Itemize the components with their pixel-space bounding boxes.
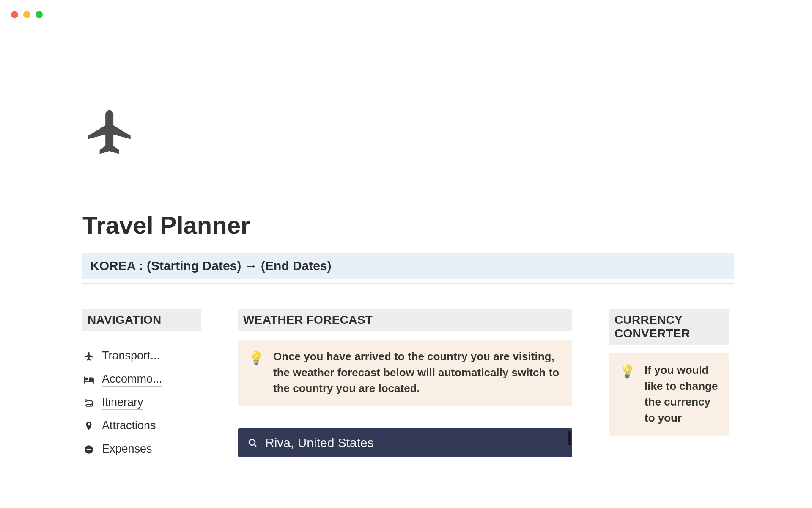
weather-column: WEATHER FORECAST 💡 Once you have arrived… (238, 309, 572, 457)
weather-heading: WEATHER FORECAST (238, 309, 572, 331)
nav-item-label: Itinerary (102, 396, 143, 410)
nav-item-label: Attractions (102, 419, 156, 433)
currency-callout-text: If you would like to change the currency… (645, 362, 719, 426)
window-traffic-lights (11, 11, 43, 18)
divider (238, 417, 572, 417)
divider (82, 283, 734, 284)
nav-item-attractions[interactable]: Attractions (82, 419, 201, 433)
weather-callout-text: Once you have arrived to the country you… (273, 349, 562, 397)
nav-item-label: Transport... (102, 349, 160, 363)
page-icon-airplane[interactable] (82, 106, 734, 168)
search-icon (247, 438, 258, 448)
map-pin-icon (82, 421, 95, 432)
trip-date-banner[interactable]: KOREA : (Starting Dates) → (End Dates) (82, 253, 734, 279)
svg-line-3 (255, 445, 257, 447)
navigation-column: NAVIGATION Transport... Accommo... (82, 309, 201, 456)
nav-item-transport[interactable]: Transport... (82, 349, 201, 363)
nav-item-expenses[interactable]: Expenses (82, 442, 201, 456)
window-minimize-icon[interactable] (23, 11, 30, 18)
weather-search-value: Riva, United States (265, 436, 374, 450)
svg-point-2 (249, 439, 255, 445)
scrollbar-thumb[interactable] (568, 431, 571, 445)
divider (82, 340, 201, 340)
bed-icon (82, 374, 95, 385)
currency-column: CURRENCY CONVERTER 💡 If you would like t… (609, 309, 729, 436)
navigation-list: Transport... Accommo... Itinerary (82, 349, 201, 456)
navigation-heading: NAVIGATION (82, 309, 201, 331)
currency-callout: 💡 If you would like to change the curren… (609, 353, 729, 436)
airplane-icon (82, 351, 95, 362)
weather-search-bar[interactable]: Riva, United States (238, 428, 572, 457)
route-icon (82, 398, 95, 409)
airplane-icon (82, 106, 137, 161)
nav-item-label: Expenses (102, 442, 152, 456)
page-title[interactable]: Travel Planner (82, 211, 734, 239)
lightbulb-icon: 💡 (620, 362, 635, 426)
nav-item-label: Accommo... (102, 373, 162, 387)
page-content: Travel Planner KOREA : (Starting Dates) … (82, 106, 734, 457)
window-zoom-icon[interactable] (36, 11, 43, 18)
columns: NAVIGATION Transport... Accommo... (82, 309, 734, 457)
minus-circle-icon (82, 444, 95, 455)
lightbulb-icon: 💡 (248, 349, 264, 397)
window-close-icon[interactable] (11, 11, 18, 18)
weather-callout: 💡 Once you have arrived to the country y… (238, 340, 572, 406)
currency-heading: CURRENCY CONVERTER (609, 309, 729, 345)
nav-item-accommodation[interactable]: Accommo... (82, 373, 201, 387)
nav-item-itinerary[interactable]: Itinerary (82, 396, 201, 410)
svg-rect-1 (87, 449, 91, 450)
